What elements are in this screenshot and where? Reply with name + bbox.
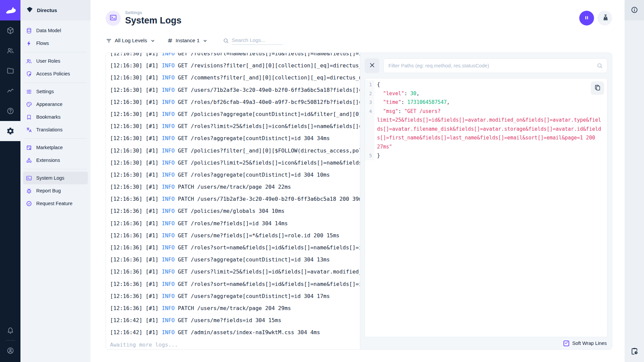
- log-row[interactable]: [12:16:30] [#1] INFO GET /roles?limit=25…: [110, 120, 360, 132]
- directus-logo-button[interactable]: [0, 0, 20, 20]
- copy-json-button[interactable]: [591, 81, 604, 95]
- activity-log-button[interactable]: [630, 347, 639, 356]
- sidebar-item-label: Marketplace: [36, 145, 63, 150]
- log-row[interactable]: [12:16:30] [#1] INFO PATCH /users/me/tra…: [110, 181, 360, 193]
- module-users[interactable]: [0, 41, 20, 61]
- page-header: Settings System Logs: [106, 9, 612, 27]
- log-toolbar: All Log Levels Instance 1: [106, 36, 612, 46]
- sidebar-item-label: Data Model: [36, 28, 61, 33]
- sidebar-item-label: Flows: [36, 41, 49, 46]
- log-row[interactable]: [12:16:30] [#1] INFO GET /roles/bf26cfab…: [110, 96, 360, 108]
- page-icon-badge: [106, 11, 121, 26]
- sidebar-item-flows[interactable]: Flows: [23, 37, 88, 50]
- sidebar-item-data-model[interactable]: Data Model: [23, 24, 88, 37]
- log-row[interactable]: [12:16:36] [#1] INFO PATCH /users/71b2af…: [110, 193, 360, 205]
- sidebar-item-access-policies[interactable]: Access Policies: [23, 67, 88, 80]
- bolt-icon: [26, 40, 32, 47]
- module-settings[interactable]: [0, 121, 20, 141]
- database-icon: [26, 27, 32, 34]
- log-row[interactable]: [12:16:30] [#1] INFO GET /policies?limit…: [110, 157, 360, 169]
- sidebar-item-marketplace[interactable]: Marketplace: [23, 141, 88, 154]
- log-level-filter[interactable]: All Log Levels: [106, 38, 156, 44]
- breadcrumb[interactable]: Settings: [125, 10, 181, 15]
- pause-logs-button[interactable]: [579, 11, 594, 25]
- pause-icon: [583, 14, 591, 23]
- instance-filter[interactable]: Instance 1: [167, 38, 208, 44]
- chevron-down-icon: [150, 38, 156, 44]
- clear-logs-button[interactable]: [597, 11, 612, 25]
- search-icon[interactable]: [596, 62, 603, 69]
- sidebar-item-bookmarks[interactable]: Bookmarks: [23, 111, 88, 123]
- log-row[interactable]: [12:16:36] [#1] INFO GET /users?aggregat…: [110, 290, 360, 302]
- bookmark-icon: [26, 114, 32, 120]
- log-row[interactable]: [12:16:30] [#1] INFO GET /policies?aggre…: [110, 108, 360, 120]
- sidebar-item-appearance[interactable]: Appearance: [23, 98, 88, 111]
- sidebar-item-system-logs[interactable]: System Logs: [23, 172, 88, 184]
- info-button[interactable]: [631, 6, 638, 15]
- line-number: 3: [365, 98, 374, 107]
- directus-rabbit-icon: [4, 4, 16, 17]
- log-row[interactable]: [12:16:36] [#1] INFO GET /users?limit=25…: [110, 266, 360, 278]
- sidebar-item-label: Translations: [36, 127, 62, 132]
- log-row[interactable]: [12:16:30] [#1] INFO GET /roles?aggregat…: [110, 169, 360, 181]
- log-row[interactable]: [12:16:36] [#1] INFO PATCH /users/me/tra…: [110, 302, 360, 314]
- user-menu-button[interactable]: [0, 341, 20, 360]
- sidebar-item-translations[interactable]: Translations: [23, 123, 88, 136]
- help-icon: [6, 107, 14, 115]
- module-files[interactable]: [0, 61, 20, 81]
- project-header[interactable]: Directus: [20, 0, 91, 20]
- sidebar-item-label: Bookmarks: [36, 114, 61, 120]
- hash-icon: [167, 38, 173, 44]
- log-row[interactable]: [12:16:42] [#1] INFO GET /admin/assets/i…: [110, 326, 360, 339]
- palette-icon: [26, 101, 32, 108]
- sidebar-item-user-roles[interactable]: User Roles: [23, 55, 88, 67]
- log-row[interactable]: [12:16:36] [#1] INFO GET /policies/me/gl…: [110, 205, 360, 217]
- log-row[interactable]: [12:16:30] [#1] INFO GET /roles?sort=nam…: [110, 53, 360, 60]
- code-line: 5}: [365, 151, 607, 160]
- code-line: 2 "level": 30,: [365, 89, 607, 98]
- info-icon: [631, 6, 638, 15]
- log-row[interactable]: [12:16:30] [#1] INFO GET /users/71b2af3e…: [110, 84, 360, 96]
- log-row[interactable]: [12:16:30] [#1] INFO GET /policies?filte…: [110, 145, 360, 157]
- sidebar-item-extensions[interactable]: Extensions: [23, 154, 88, 167]
- line-number: 2: [365, 89, 374, 98]
- filter-paths-wrap: [383, 58, 607, 73]
- filter-paths-input[interactable]: [383, 58, 607, 73]
- search-logs-input[interactable]: [232, 36, 283, 45]
- module-docs[interactable]: [0, 101, 20, 121]
- close-icon: [369, 62, 376, 70]
- log-list[interactable]: [12:16:30] [#1] INFO GET /roles?sort=nam…: [106, 53, 360, 349]
- log-row[interactable]: [12:16:36] [#1] INFO GET /roles?sort=nam…: [110, 242, 360, 254]
- broom-icon: [601, 14, 609, 22]
- sidebar-item-label: Request Feature: [36, 201, 72, 206]
- code-line: 3 "time": 1731064587547,: [365, 98, 607, 107]
- sidebar-item-report-bug[interactable]: Report Bug: [23, 184, 88, 197]
- module-content[interactable]: [0, 20, 20, 41]
- log-row[interactable]: [12:16:36] [#1] INFO GET /roles?sort=nam…: [110, 278, 360, 290]
- tune-icon: [26, 88, 32, 95]
- log-row[interactable]: [12:16:30] [#1] INFO GET /revisions?filt…: [110, 60, 360, 72]
- sidebar-item-label: System Logs: [36, 175, 64, 181]
- sidebar-item-label: Extensions: [36, 158, 60, 163]
- log-row[interactable]: [12:16:36] [#1] INFO GET /users?aggregat…: [110, 254, 360, 266]
- log-row[interactable]: [12:16:42] [#1] INFO GET /users/me?field…: [110, 314, 360, 326]
- log-viewer: [12:16:30] [#1] INFO GET /roles?sort=nam…: [106, 53, 612, 350]
- header-actions: [579, 11, 612, 25]
- notifications-button[interactable]: [0, 321, 20, 340]
- clipboard-clock-icon: [630, 347, 639, 356]
- line-number: 4: [365, 107, 374, 152]
- log-row[interactable]: [12:16:30] [#1] INFO GET /roles?aggregat…: [110, 132, 360, 144]
- line-number: 5: [365, 151, 374, 160]
- gear-icon: [6, 127, 14, 135]
- log-row[interactable]: [12:16:36] [#1] INFO GET /roles/me?field…: [110, 218, 360, 230]
- sidebar-item-request-feature[interactable]: Request Feature: [23, 197, 88, 210]
- log-row[interactable]: [12:16:30] [#1] INFO GET /comments?filte…: [110, 72, 360, 84]
- close-detail-button[interactable]: [365, 58, 379, 73]
- sidebar-item-settings[interactable]: Settings: [23, 85, 88, 98]
- soft-wrap-checkbox[interactable]: [564, 341, 569, 346]
- sidebar-info-header: [625, 0, 644, 20]
- code-line: 4 "msg": "GET /users?limit=25&fields[]=i…: [365, 107, 607, 152]
- module-insights[interactable]: [0, 81, 20, 101]
- line-number: 1: [365, 80, 374, 89]
- log-row[interactable]: [12:16:36] [#1] INFO GET /users/me?field…: [110, 230, 360, 242]
